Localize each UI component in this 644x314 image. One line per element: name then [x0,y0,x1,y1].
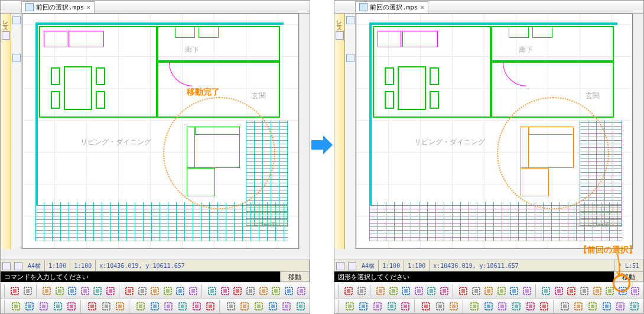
prev-selection-icon[interactable] [630,284,642,297]
move-icon[interactable] [566,284,578,297]
dim2-icon[interactable] [573,300,586,313]
status-icon-1[interactable] [2,262,11,270]
scrollbar-vertical[interactable] [299,14,310,249]
sidebar-icon-1[interactable] [2,31,10,40]
select-all-icon[interactable] [105,284,116,297]
scrollbar-vertical[interactable] [633,14,643,249]
filter-icon[interactable] [123,284,135,297]
hatch-icon[interactable] [225,300,238,313]
zoom-in-icon[interactable] [399,300,412,313]
rotate-icon[interactable] [591,284,603,297]
layer-mgr-icon[interactable] [100,300,113,313]
ortho-icon[interactable] [22,284,34,297]
drawing-canvas[interactable]: 廊下 玄関 リビング・ダイニング ポーチ [22,14,299,249]
poly-icon[interactable] [524,300,537,313]
status-scale1[interactable]: 1:100 [45,260,70,271]
ungroup-icon[interactable] [162,284,174,297]
snap-icon[interactable] [343,284,355,297]
zoom-out-icon[interactable] [51,300,64,313]
home-icon[interactable] [9,300,22,313]
command-input[interactable]: 図形を選択してください [334,271,614,282]
measure-icon[interactable] [540,284,552,297]
dim2-icon[interactable] [239,300,252,313]
dim-icon[interactable] [219,284,231,297]
leader-icon[interactable] [252,300,265,313]
view-icon[interactable] [113,300,126,313]
line-icon[interactable] [134,300,147,313]
extra-icon-2[interactable] [12,54,21,62]
command-input[interactable]: コマンドを入力してください [1,271,280,282]
snap-icon[interactable] [9,284,21,297]
zoom-in-icon[interactable] [66,300,79,313]
rect-icon[interactable] [148,300,161,313]
extra-icon-1[interactable] [12,16,21,24]
select-window-icon[interactable] [92,284,104,297]
extra-icon-2[interactable] [346,54,354,62]
arc-icon[interactable] [176,300,189,313]
group-icon[interactable] [483,284,495,297]
ortho-icon[interactable] [356,284,367,297]
status-icon-2[interactable] [348,262,356,270]
document-tab[interactable]: 前回の選択.mps × [355,1,428,13]
ungroup-icon[interactable] [496,284,508,297]
layer-icon[interactable] [136,284,148,297]
pan-icon[interactable] [37,300,50,313]
insert-icon[interactable] [281,300,294,313]
extra-icon-1[interactable] [346,16,354,24]
array-icon[interactable] [283,284,295,297]
circle-icon[interactable] [496,300,509,313]
status-scale1[interactable]: 1:100 [379,260,404,271]
rect-icon[interactable] [482,300,495,313]
search-icon[interactable] [419,300,432,313]
select-poly-icon[interactable] [54,284,66,297]
zoom-icon[interactable] [24,300,37,313]
insert-icon[interactable] [614,300,627,313]
status-scale2[interactable]: 1:100 [70,260,96,271]
rotate-icon[interactable] [258,284,269,297]
select-all-icon[interactable] [438,284,450,297]
zoom-icon[interactable] [357,300,370,313]
command-mode[interactable]: 移動 [280,271,310,282]
select-fence-icon[interactable] [413,284,425,297]
leader-icon[interactable] [586,300,599,313]
arc-icon[interactable] [510,300,523,313]
drawing-canvas[interactable]: 廊下 玄関 リビング・ダイニング ポーチ [356,14,633,249]
select-cross-icon[interactable] [400,284,412,297]
view-icon[interactable] [447,300,460,313]
line-icon[interactable] [468,300,481,313]
search-icon[interactable] [86,300,99,313]
copy-icon[interactable] [578,284,590,297]
and-icon[interactable] [175,284,187,297]
status-scale2[interactable]: 1:100 [404,260,430,271]
prev-selection-icon[interactable] [296,284,308,297]
select-rect-icon[interactable] [41,284,53,297]
dim-icon[interactable] [553,284,565,297]
group-icon[interactable] [149,284,161,297]
home-icon[interactable] [343,300,356,313]
edit-icon[interactable] [628,300,641,313]
poly-icon[interactable] [190,300,203,313]
measure-icon[interactable] [206,284,218,297]
text-icon[interactable] [204,300,217,313]
status-paper[interactable]: A4横 [24,260,45,271]
close-icon[interactable]: × [87,4,91,11]
move-icon[interactable] [232,284,244,297]
select-poly-icon[interactable] [388,284,399,297]
find-icon[interactable] [521,284,533,297]
find-icon[interactable] [187,284,199,297]
text-icon[interactable] [538,300,551,313]
mirror-icon[interactable] [270,284,282,297]
select-cross-icon[interactable] [66,284,78,297]
circle-icon[interactable] [162,300,175,313]
select-window-icon[interactable] [426,284,438,297]
block-icon[interactable] [600,300,613,313]
copy-icon[interactable] [245,284,256,297]
block-icon[interactable] [266,300,279,313]
zoom-out-icon[interactable] [385,300,398,313]
and-icon[interactable] [509,284,521,297]
status-icon-2[interactable] [14,262,22,270]
status-paper[interactable]: A4横 [358,260,379,271]
layer-mgr-icon[interactable] [434,300,447,313]
sidebar-icon-1[interactable] [336,31,344,40]
filter-icon[interactable] [457,284,469,297]
